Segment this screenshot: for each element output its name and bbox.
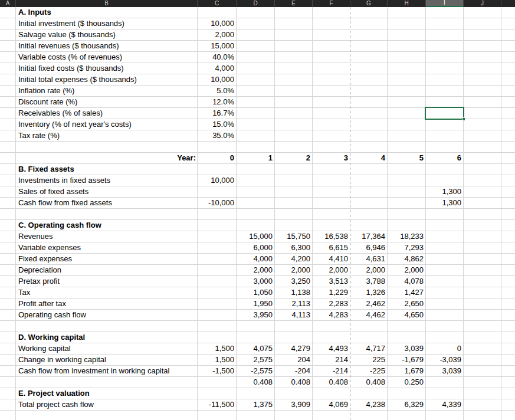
cell[interactable]: 3,039 — [388, 343, 426, 354]
selected-cell-outline[interactable] — [425, 107, 464, 120]
cell[interactable]: 1,500 — [198, 355, 237, 365]
column-header-H[interactable]: H — [388, 0, 426, 7]
cell[interactable] — [198, 298, 237, 309]
cell[interactable] — [313, 321, 350, 332]
cell[interactable] — [350, 119, 388, 130]
cell[interactable]: 4,283 — [313, 310, 350, 320]
cell[interactable] — [426, 377, 464, 388]
cell[interactable] — [275, 175, 313, 186]
row-label[interactable]: Initial fixed costs ($ thousands) — [16, 63, 198, 74]
cell[interactable] — [464, 332, 501, 343]
cell[interactable] — [388, 198, 426, 208]
cell[interactable] — [275, 52, 313, 63]
cell[interactable] — [464, 41, 501, 51]
cell[interactable] — [426, 41, 464, 51]
cell[interactable]: 6,329 — [388, 399, 426, 410]
cell[interactable]: 3,513 — [313, 276, 350, 287]
cell[interactable]: 2,000 — [237, 265, 275, 275]
cell[interactable] — [464, 18, 501, 29]
cell[interactable]: 16,538 — [313, 231, 350, 242]
cell[interactable] — [198, 231, 237, 242]
cell[interactable]: 1,050 — [237, 287, 275, 298]
cell[interactable] — [313, 388, 350, 399]
column-header-F[interactable]: F — [313, 0, 350, 7]
cell[interactable]: -1,500 — [198, 366, 237, 376]
cell[interactable] — [388, 41, 426, 51]
row-label[interactable]: Operating cash flow — [16, 310, 198, 320]
cell[interactable] — [0, 220, 16, 231]
cell[interactable] — [388, 52, 426, 63]
cell[interactable]: 1,375 — [237, 399, 275, 410]
cell[interactable]: -11,500 — [198, 399, 237, 410]
cell[interactable] — [198, 164, 237, 175]
cell[interactable]: 0 — [426, 343, 464, 354]
cell[interactable] — [275, 18, 313, 29]
cell[interactable] — [388, 388, 426, 399]
cell[interactable] — [0, 86, 16, 96]
cell[interactable] — [275, 108, 313, 119]
cell[interactable]: 15,000 — [237, 231, 275, 242]
cell[interactable] — [0, 175, 16, 186]
cell[interactable] — [350, 41, 388, 51]
cell[interactable] — [350, 52, 388, 63]
cell[interactable] — [313, 97, 350, 107]
cell[interactable] — [350, 29, 388, 40]
cell[interactable]: 2,283 — [313, 298, 350, 309]
cell[interactable] — [237, 175, 275, 186]
cell[interactable] — [313, 119, 350, 130]
cell[interactable] — [0, 52, 16, 63]
cell[interactable] — [237, 63, 275, 74]
cell[interactable] — [426, 254, 464, 264]
cell[interactable] — [0, 298, 16, 309]
cell[interactable] — [350, 74, 388, 85]
cell[interactable] — [350, 332, 388, 343]
cell[interactable]: 10,000 — [198, 74, 237, 85]
cell[interactable]: 1,326 — [350, 287, 388, 298]
cell[interactable] — [464, 220, 501, 231]
cell[interactable] — [464, 399, 501, 410]
cell[interactable]: 4,000 — [237, 254, 275, 264]
cell[interactable]: 10,000 — [198, 18, 237, 29]
cell[interactable] — [388, 63, 426, 74]
cell[interactable]: 0.408 — [313, 377, 350, 388]
cell[interactable] — [237, 321, 275, 332]
cell[interactable]: 1,300 — [426, 198, 464, 208]
cell[interactable]: 4,000 — [198, 63, 237, 74]
row-label[interactable]: Investments in fixed assets — [16, 175, 198, 186]
column-header-D[interactable]: D — [237, 0, 275, 7]
cell[interactable] — [464, 231, 501, 242]
cell[interactable] — [350, 198, 388, 208]
cell[interactable] — [464, 355, 501, 365]
cell[interactable] — [198, 310, 237, 320]
cell[interactable] — [275, 119, 313, 130]
cell[interactable]: 6,946 — [350, 242, 388, 253]
cell[interactable] — [464, 209, 501, 219]
cell[interactable] — [426, 265, 464, 275]
cell[interactable]: 18,233 — [388, 231, 426, 242]
cell[interactable] — [198, 276, 237, 287]
cell[interactable]: 2,000 — [198, 29, 237, 40]
cell[interactable]: -1,679 — [388, 355, 426, 365]
cell[interactable] — [464, 343, 501, 354]
cell[interactable] — [198, 7, 237, 18]
cell[interactable] — [426, 209, 464, 219]
cell[interactable]: -2,575 — [237, 366, 275, 376]
cell[interactable]: -3,039 — [426, 355, 464, 365]
cell[interactable]: 5.0% — [198, 86, 237, 96]
cell[interactable] — [0, 332, 16, 343]
cell[interactable] — [313, 220, 350, 231]
cell[interactable] — [237, 18, 275, 29]
cell[interactable] — [237, 41, 275, 51]
cell[interactable]: 17,364 — [350, 231, 388, 242]
cell[interactable] — [0, 399, 16, 410]
cell[interactable] — [426, 119, 464, 130]
cell[interactable] — [464, 29, 501, 40]
row-label[interactable]: Working capital — [16, 343, 198, 354]
column-header-B[interactable]: B — [16, 0, 198, 7]
cell[interactable]: -204 — [275, 366, 313, 376]
cell[interactable]: 3,788 — [350, 276, 388, 287]
cell[interactable] — [464, 186, 501, 197]
row-label[interactable]: E. Project valuation — [16, 388, 198, 399]
cell[interactable]: 0 — [198, 153, 237, 163]
cell[interactable] — [237, 142, 275, 152]
